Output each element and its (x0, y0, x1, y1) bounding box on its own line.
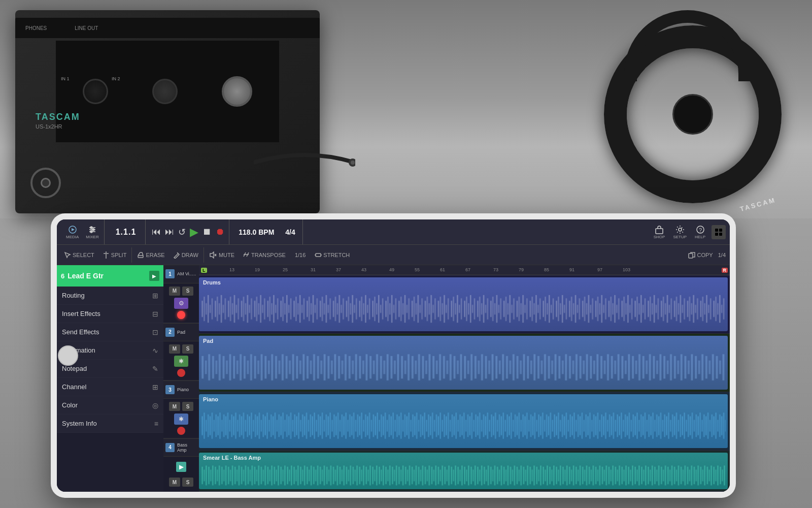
device-phoneslabel: PHONES (25, 25, 47, 31)
menu-item-insert-effects[interactable]: Insert Effects ⊟ (57, 305, 163, 323)
track1-record-btn[interactable] (177, 311, 185, 319)
notepad-icon: ✎ (152, 365, 158, 373)
grid-view-button[interactable] (712, 225, 726, 239)
interval-display[interactable]: 1/16 (291, 252, 310, 258)
menu-item-send-effects[interactable]: Send Effects ⊡ (57, 323, 163, 341)
svg-rect-22 (316, 253, 321, 257)
toolbar-row1: MEDIA MIXER 1.1.1 ⏮ ⏭ (57, 219, 730, 245)
track-lanes-area: L R 7 13 19 25 31 37 43 49 55 61 67 73 7… (199, 265, 730, 492)
knob-1[interactable] (83, 79, 108, 104)
color-icon: ◎ (152, 401, 158, 409)
position-display: 1.1.1 (110, 228, 143, 237)
ruler-mark-73: 73 (493, 267, 498, 272)
svg-rect-17 (719, 233, 722, 236)
ruler-mark-13: 13 (229, 267, 234, 272)
track-lane-piano[interactable]: Piano (199, 392, 730, 451)
menu-item-channel[interactable]: Channel ⊞ (57, 378, 163, 396)
divider-1 (131, 247, 132, 263)
draw-tool[interactable]: DRAW (170, 250, 201, 260)
track3-solo-btn[interactable]: S (182, 402, 193, 411)
skip-forward-button[interactable]: ⏭ (165, 227, 174, 237)
transpose-tool[interactable]: TRANSPOSE (240, 250, 289, 260)
left-panel: 6 Lead E Gtr ▶ Routing ⊞ Insert Effects … (57, 265, 163, 492)
track3-mute-btn[interactable]: M (169, 402, 180, 411)
track2-solo-btn[interactable]: S (182, 344, 193, 354)
ruler-mark-25: 25 (283, 267, 288, 272)
ipad-home-button[interactable] (58, 345, 78, 366)
split-tool[interactable]: SPLIT (99, 250, 130, 260)
tascam-brand: TASCAM US-1x2HR (36, 112, 80, 130)
media-button[interactable]: MEDIA (64, 224, 81, 240)
track1-instrument-btn[interactable]: ⚙ (174, 298, 188, 309)
menu-item-system-info[interactable]: System Info ≡ (57, 415, 163, 433)
ruler-mark-67: 67 (465, 267, 470, 272)
erase-tool[interactable]: ERASE (134, 250, 167, 260)
headphone-band (624, 10, 751, 81)
toolbar-group-view: MEDIA MIXER (61, 219, 105, 244)
in2-label: IN 2 (112, 76, 120, 81)
knob-main[interactable] (222, 76, 252, 107)
track4-play-btn[interactable]: ▶ (176, 462, 186, 472)
mute-tool[interactable]: MUTE (206, 250, 238, 260)
setup-button[interactable]: SETUP (671, 224, 689, 240)
timeline-ruler: L R 7 13 19 25 31 37 43 49 55 61 67 73 7… (199, 265, 730, 275)
track2-mute-btn[interactable]: M (169, 344, 180, 354)
menu-item-routing[interactable]: Routing ⊞ (57, 287, 163, 305)
track4-mute-btn[interactable]: M (169, 478, 180, 487)
ruler-mark-103: 103 (623, 267, 630, 272)
stop-button[interactable]: ⏹ (202, 227, 212, 237)
bass-clip[interactable]: Smear LE - Bass Amp (199, 453, 728, 489)
cycle-button[interactable]: ↺ (178, 227, 186, 238)
mixer-button[interactable]: MIXER (84, 224, 100, 240)
piano-clip[interactable]: Piano (199, 394, 728, 448)
transport-group: ⏮ ⏭ ↺ ▶ ⏹ ⏺ (148, 219, 229, 244)
track4-number-badge: 4 (165, 443, 175, 452)
pad-clip[interactable]: Pad (199, 336, 728, 390)
track-lane-bass[interactable]: Smear LE - Bass Amp (199, 451, 730, 492)
track4-controls: ▶ M S (163, 457, 199, 492)
track2-controls: M S ✱ (163, 341, 199, 381)
active-track-header: 6 Lead E Gtr ▶ (57, 265, 163, 287)
select-tool[interactable]: SELECT (61, 250, 97, 260)
play-button[interactable]: ▶ (190, 226, 198, 239)
svg-point-1 (351, 161, 355, 165)
knob-2[interactable] (152, 79, 178, 104)
track3-instrument-btn[interactable]: ✱ (174, 414, 188, 425)
system-info-icon: ≡ (154, 420, 158, 428)
track2-number-badge: 2 (165, 328, 175, 337)
channel-icon: ⊞ (152, 383, 158, 391)
track-play-button[interactable]: ▶ (149, 271, 159, 281)
rewind-to-start-button[interactable]: ⏮ (152, 227, 161, 237)
svg-point-8 (92, 229, 94, 231)
svg-point-7 (90, 227, 92, 229)
menu-item-color[interactable]: Color ◎ (57, 396, 163, 415)
main-content: 6 Lead E Gtr ▶ Routing ⊞ Insert Effects … (57, 265, 730, 492)
track-lane-drums[interactable]: Drums (199, 275, 730, 334)
track4-controls-header: 4 Bass Amp (163, 438, 199, 457)
track2-instrument-btn[interactable]: ✱ (174, 356, 188, 367)
track4-solo-btn[interactable]: S (182, 478, 193, 487)
bpm-display[interactable]: 118.0 BPM (234, 228, 278, 236)
ruler-mark-97: 97 (597, 267, 602, 272)
record-button[interactable]: ⏺ (216, 227, 225, 237)
svg-rect-14 (715, 229, 718, 232)
stretch-tool[interactable]: STRETCH (312, 250, 353, 260)
track1-number-badge: 1 (165, 269, 175, 278)
help-button[interactable]: ? HELP (693, 224, 707, 240)
track1-mute-btn[interactable]: M (169, 287, 180, 296)
fraction-display: 1/4 (718, 252, 726, 258)
svg-rect-30 (201, 289, 726, 329)
track3-record-btn[interactable] (177, 427, 185, 435)
track-lane-pad[interactable]: Pad (199, 334, 730, 392)
track1-solo-btn[interactable]: S (182, 287, 193, 296)
drums-clip[interactable]: Drums (199, 277, 728, 331)
track2-record-btn[interactable] (177, 369, 185, 377)
ipad: MEDIA MIXER 1.1.1 ⏮ ⏭ (51, 213, 736, 498)
copy-button[interactable]: COPY (685, 250, 716, 260)
track1-ms-buttons: M S (169, 287, 193, 296)
time-sig-display[interactable]: 4/4 (281, 228, 299, 236)
divider-2 (204, 247, 204, 263)
shop-button[interactable]: SHOP (652, 224, 667, 240)
ruler-mark-85: 85 (544, 267, 549, 272)
toolbar-right-group: SHOP SETUP ? HELP (652, 224, 726, 240)
